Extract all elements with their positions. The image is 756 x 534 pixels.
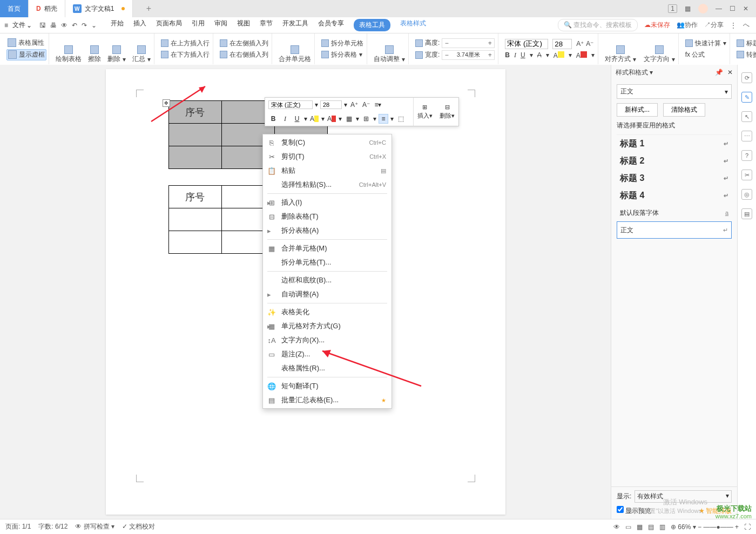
mini-font-name[interactable] bbox=[268, 100, 313, 109]
ribbon-draw-table[interactable]: 绘制表格 bbox=[55, 54, 83, 64]
ribbon-font-size[interactable] bbox=[552, 39, 572, 49]
status-page[interactable]: 页面: 1/1 bbox=[5, 522, 31, 531]
ribbon-insert-col-left[interactable]: 在左侧插入列 bbox=[219, 38, 269, 49]
bold-button[interactable]: B bbox=[505, 51, 510, 59]
summary-icon[interactable] bbox=[137, 45, 146, 54]
ctx-split-cells[interactable]: 拆分单元格(T)... bbox=[263, 255, 392, 269]
collapse-ribbon-icon[interactable]: へ bbox=[743, 21, 750, 30]
ctx-translate[interactable]: 🌐短句翻译(T) bbox=[263, 379, 392, 393]
mini-insert-dropdown[interactable]: ⊞插入▾ bbox=[414, 98, 436, 126]
auto-adjust-icon[interactable] bbox=[385, 45, 394, 54]
text-direction-icon[interactable] bbox=[655, 45, 664, 54]
unsaved-indicator[interactable]: ☁未保存 bbox=[644, 21, 670, 30]
ribbon-summary[interactable]: 汇总▾ bbox=[131, 54, 152, 64]
close-icon[interactable]: ✕ bbox=[743, 5, 748, 12]
status-spellcheck[interactable]: 👁 拼写检查 ▾ bbox=[75, 522, 114, 531]
table-move-handle-icon[interactable]: ✥ bbox=[163, 99, 170, 107]
underline-button[interactable]: U bbox=[521, 51, 525, 59]
mini-font-shrink-icon[interactable]: A⁻ bbox=[361, 100, 371, 110]
status-proofread[interactable]: ✓ 文档校对 bbox=[122, 522, 155, 531]
status-view-print-icon[interactable]: ▭ bbox=[625, 523, 631, 531]
ribbon-show-virtual-border[interactable]: 显示虚框 bbox=[6, 49, 46, 60]
apps-icon[interactable]: ▦ bbox=[685, 5, 691, 12]
style-heading4[interactable]: 标题 4↵ bbox=[617, 187, 732, 204]
ribbon-title-row-repeat[interactable]: 标题行重 bbox=[735, 38, 756, 49]
mini-font-size[interactable] bbox=[320, 100, 342, 109]
cell-header-2[interactable]: 序号 bbox=[168, 186, 221, 208]
cell-header[interactable]: 序号 bbox=[168, 101, 221, 124]
rail-style-icon[interactable]: ✎ bbox=[741, 92, 752, 103]
tab-document[interactable]: W文字文稿1 bbox=[65, 0, 133, 17]
status-fullscreen-icon[interactable]: ⛶ bbox=[744, 523, 751, 531]
ctx-beautify[interactable]: ✨表格美化 bbox=[263, 305, 392, 319]
mini-highlight-button[interactable]: A bbox=[309, 114, 319, 124]
file-menu[interactable]: 文件⌄ bbox=[9, 19, 35, 31]
font-size-up-icon[interactable]: A⁺ bbox=[576, 40, 584, 48]
pin-icon[interactable]: 📌 bbox=[715, 69, 723, 76]
tab-docer[interactable]: D稻壳 bbox=[29, 0, 65, 17]
align-icon[interactable] bbox=[616, 45, 625, 54]
ribbon-insert-row-below[interactable]: 在下方插入行 bbox=[160, 50, 211, 60]
ctx-paste[interactable]: 📋粘贴▤ bbox=[263, 164, 392, 178]
ctx-copy[interactable]: ⎘复制(C)Ctrl+C bbox=[263, 136, 392, 150]
draw-table-icon[interactable] bbox=[64, 45, 73, 54]
ctx-merge-cells[interactable]: ▦合并单元格(M) bbox=[263, 241, 392, 255]
mini-autofit-button[interactable]: ⬚ bbox=[396, 114, 406, 124]
share-button[interactable]: ↗分享 bbox=[704, 21, 724, 30]
ctx-cell-align[interactable]: ▦单元格对齐方式(G)▸ bbox=[263, 319, 392, 333]
menu-member[interactable]: 会员专享 bbox=[318, 19, 344, 31]
ctx-border-shading[interactable]: 边框和底纹(B)... bbox=[263, 273, 392, 287]
menu-start[interactable]: 开始 bbox=[111, 19, 124, 31]
ctx-auto-adjust[interactable]: 自动调整(A)▸ bbox=[263, 287, 392, 301]
status-view-outline-icon[interactable]: ▥ bbox=[659, 523, 665, 531]
font-size-down-icon[interactable]: A⁻ bbox=[586, 40, 593, 48]
chevron-down-icon[interactable]: ▾ bbox=[315, 101, 318, 109]
rail-outline-icon[interactable]: ▤ bbox=[741, 208, 752, 219]
ribbon-align[interactable]: 对齐方式▾ bbox=[604, 54, 637, 64]
ribbon-erase[interactable]: 擦除 bbox=[87, 54, 102, 64]
ribbon-table-properties[interactable]: 表格属性 bbox=[6, 38, 46, 48]
ribbon-auto-adjust[interactable]: 自动调整▾ bbox=[373, 54, 406, 64]
minimize-icon[interactable]: — bbox=[716, 5, 722, 12]
qat-redo-icon[interactable]: ↷ bbox=[82, 22, 87, 29]
maximize-icon[interactable]: ☐ bbox=[730, 5, 735, 12]
ribbon-font-name[interactable] bbox=[505, 39, 548, 49]
rail-help-icon[interactable]: ? bbox=[741, 150, 752, 161]
status-words[interactable]: 字数: 6/12 bbox=[38, 522, 68, 531]
mini-underline-button[interactable]: U bbox=[292, 114, 302, 124]
close-panel-icon[interactable]: ✕ bbox=[727, 69, 733, 76]
qat-undo-icon[interactable]: ↶ bbox=[72, 22, 77, 29]
mini-delete-dropdown[interactable]: ⊟删除▾ bbox=[436, 98, 459, 126]
delete-icon[interactable] bbox=[112, 45, 121, 54]
ribbon-merge-cells[interactable]: 合并单元格 bbox=[278, 54, 312, 64]
rail-settings-icon[interactable]: ⋯ bbox=[741, 131, 752, 141]
menu-table-tools[interactable]: 表格工具 bbox=[354, 19, 390, 31]
mini-font-grow-icon[interactable]: A⁺ bbox=[349, 100, 359, 110]
ctx-split-table[interactable]: 拆分表格(A)▸ bbox=[263, 224, 392, 238]
width-stepper[interactable]: −3.74厘米+ bbox=[442, 50, 495, 60]
menu-reference[interactable]: 引用 bbox=[192, 19, 205, 31]
ribbon-convert[interactable]: 转换成 bbox=[735, 50, 756, 60]
mini-bold-button[interactable]: B bbox=[268, 114, 278, 124]
menu-page-layout[interactable]: 页面布局 bbox=[156, 19, 182, 31]
new-style-button[interactable]: 新样式... bbox=[617, 103, 658, 117]
status-view-read-icon[interactable]: ▦ bbox=[637, 523, 643, 531]
chevron-down-icon[interactable]: ▾ bbox=[344, 101, 347, 109]
font-color-button[interactable]: A bbox=[576, 51, 587, 59]
style-heading2[interactable]: 标题 2↵ bbox=[617, 152, 732, 170]
height-stepper[interactable]: −+ bbox=[442, 38, 495, 48]
mini-italic-button[interactable]: I bbox=[280, 114, 290, 124]
menu-insert[interactable]: 插入 bbox=[133, 19, 146, 31]
ctx-table-properties[interactable]: 表格属性(R)... bbox=[263, 361, 392, 375]
ribbon-insert-row-above[interactable]: 在上方插入行 bbox=[160, 38, 211, 49]
avatar-icon[interactable] bbox=[698, 4, 708, 13]
style-default-font[interactable]: 默认段落字体a bbox=[617, 204, 732, 221]
menu-section[interactable]: 章节 bbox=[260, 19, 273, 31]
ctx-caption[interactable]: ▭题注(Z)... bbox=[263, 347, 392, 361]
erase-icon[interactable] bbox=[90, 45, 99, 54]
menu-more-icon[interactable]: ⋮ bbox=[730, 22, 737, 29]
qat-save-icon[interactable]: 🖫 bbox=[39, 22, 46, 29]
ctx-text-direction[interactable]: ↕A文字方向(X)... bbox=[263, 333, 392, 347]
mini-align-button[interactable]: ≡ bbox=[379, 114, 388, 124]
qat-more-icon[interactable]: ⌄ bbox=[91, 22, 97, 29]
